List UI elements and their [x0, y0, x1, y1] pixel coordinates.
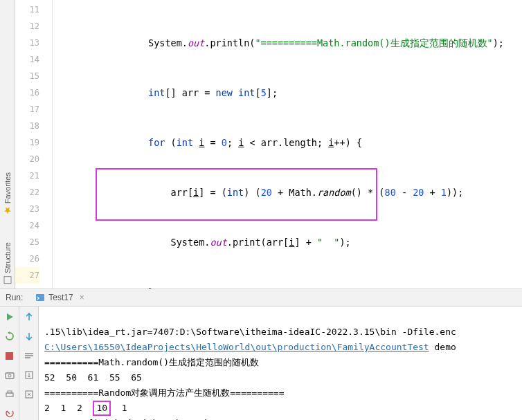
structure-label: Structure	[3, 242, 12, 273]
structure-icon	[3, 276, 12, 284]
line-number: 14	[15, 51, 39, 68]
run-button[interactable]	[3, 311, 16, 323]
run-toolbar-left	[0, 307, 19, 420]
line-number: 15	[15, 68, 39, 84]
code-editor[interactable]: System.out.println("==========Math.rando…	[53, 0, 522, 289]
console-icon	[35, 293, 45, 302]
svg-rect-0	[4, 277, 11, 284]
run-toolbar-left2	[19, 307, 39, 420]
line-number: 20	[15, 151, 39, 167]
svg-rect-6	[6, 373, 14, 378]
code-line: System.out.println("==========Math.rando…	[53, 35, 522, 51]
line-number: 24	[15, 217, 39, 234]
favorites-label: Favorites	[3, 172, 12, 203]
down-arrow-icon[interactable]	[23, 330, 35, 343]
line-number: 26	[15, 250, 39, 267]
console-link[interactable]: C:\Users\16550\IdeaProjects\HelloWorld\o…	[44, 342, 429, 352]
star-icon	[3, 206, 12, 214]
svg-marker-3	[7, 313, 13, 320]
editor-area: Structure Favorites 11 12 13 14 15 16 17…	[0, 0, 522, 289]
code-line: arr[i] = (int) (20 + Math.random() * (80…	[53, 184, 522, 201]
run-panel: Run: Test17 × .15\lib\idea_rt.jar=7407:D…	[0, 289, 522, 420]
console-text: demo	[429, 342, 456, 352]
close-icon[interactable]: ×	[80, 293, 84, 302]
scroll-icon[interactable]	[23, 369, 35, 381]
favorites-tab[interactable]: Favorites	[3, 172, 12, 214]
console-line: 52 50 61 55 65	[44, 372, 153, 383]
line-number: 25	[15, 234, 39, 250]
code-line: }	[53, 284, 522, 289]
code-line: System.out.print(arr[i] + " ");	[53, 234, 522, 250]
line-number: 13	[15, 35, 39, 51]
console-line: 2 1 2 10 1	[44, 403, 138, 413]
line-number: 21	[15, 167, 39, 184]
line-number: 22	[15, 184, 39, 201]
line-number: 18	[15, 118, 39, 134]
svg-marker-1	[4, 207, 11, 214]
run-label: Run:	[6, 293, 23, 302]
svg-rect-5	[6, 352, 13, 360]
svg-point-7	[8, 374, 11, 377]
svg-marker-4	[8, 331, 10, 334]
rerun-button[interactable]	[3, 330, 16, 343]
up-arrow-icon[interactable]	[23, 311, 35, 323]
code-line: for (int i = 0; i < arr.length; i++) {	[53, 134, 522, 151]
run-tab-label: Test17	[48, 293, 73, 302]
line-gutter[interactable]: 11 12 13 14 15 16 17 18 19 20 21 22 23 2…	[15, 0, 53, 289]
line-number: 27	[15, 267, 39, 284]
line-number: 19	[15, 134, 39, 151]
code-line: int[] arr = new int[5];	[53, 84, 522, 101]
clear-icon[interactable]	[23, 388, 35, 401]
line-number: 23	[15, 201, 39, 217]
stop-button[interactable]	[3, 349, 16, 362]
console-output[interactable]: .15\lib\idea_rt.jar=7407:D:\Software\ith…	[39, 307, 522, 420]
structure-tab[interactable]: Structure	[3, 242, 12, 284]
printer-icon[interactable]	[3, 388, 16, 401]
console-line: .15\lib\idea_rt.jar=7407:D:\Software\ith…	[44, 327, 456, 337]
line-number: 16	[15, 84, 39, 101]
line-number: 17	[15, 101, 39, 118]
wrap-icon[interactable]	[23, 349, 35, 362]
line-number: 12	[15, 18, 39, 35]
run-tab[interactable]: Test17 ×	[31, 291, 88, 304]
camera-icon[interactable]	[3, 369, 16, 381]
exit-icon[interactable]	[3, 408, 16, 420]
left-tool-tabs: Structure Favorites	[0, 0, 15, 289]
line-number: 11	[15, 1, 39, 18]
console-line: ==========Random对象调用方法产生随机数==========	[44, 387, 285, 398]
svg-rect-2	[36, 294, 44, 301]
svg-rect-9	[8, 391, 12, 393]
run-header: Run: Test17 ×	[0, 289, 522, 307]
console-line: ==========Math.random()生成指定范围的随机数	[44, 357, 259, 367]
svg-rect-8	[6, 393, 13, 396]
annotation-box: 10	[93, 401, 111, 416]
